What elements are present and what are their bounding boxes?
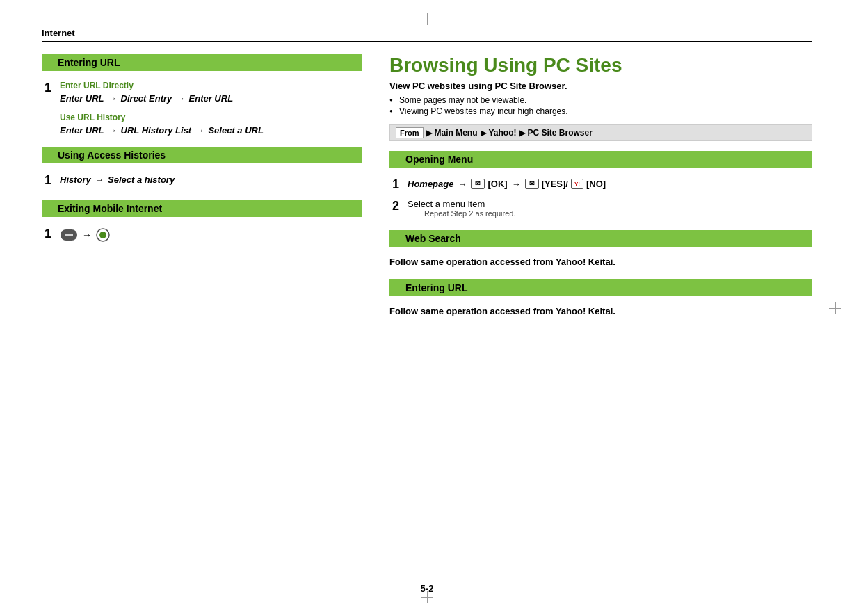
opening-menu-step1-instruction: Homepage → ✉[OK] → ✉[YES]/ Y![NO] — [408, 177, 812, 191]
no-yahoo-icon: Y! — [571, 179, 583, 189]
bullet-1: Some pages may not be viewable. — [389, 95, 812, 105]
step-opening-1-content: Homepage → ✉[OK] → ✉[YES]/ Y![NO] — [408, 177, 812, 192]
from-nav-yahoo: Yahoo! — [489, 128, 517, 138]
from-nav-main-menu: Main Menu — [435, 128, 478, 138]
section-header-label-2: Using Access Histories — [58, 149, 166, 161]
step-2-opening-menu: 2 Select a menu item Repeat Step 2 as re… — [389, 199, 812, 218]
browsing-subtitle: View PC websites using PC Site Browser. — [389, 81, 812, 91]
left-column: Entering URL 1 Enter URL Directly Enter … — [42, 54, 362, 316]
section-header-opening-menu: Opening Menu — [389, 151, 812, 168]
web-search-follow-text: Follow same operation accessed from Yaho… — [389, 257, 812, 267]
step-number-access: 1 — [45, 173, 60, 188]
from-label: From — [396, 127, 424, 138]
use-url-history-instruction: Enter URL → URL History List → Select a … — [60, 124, 362, 138]
page: Internet Entering URL 1 Enter URL Direct… — [0, 0, 854, 616]
no-label: [NO] — [586, 177, 606, 191]
section-web-search: Web Search Follow same operation accesse… — [389, 230, 812, 267]
section-entering-url-pc: Entering URL Follow same operation acces… — [389, 279, 812, 316]
entering-url-follow-text: Follow same operation accessed from Yaho… — [389, 306, 812, 316]
step-opening-2-content: Select a menu item Repeat Step 2 as requ… — [408, 199, 812, 218]
access-histories-instruction: History → Select a history — [60, 173, 362, 187]
section-header-access-histories: Using Access Histories — [42, 147, 362, 163]
from-nav-arrow-2: ▶ — [481, 129, 486, 138]
section-header-label-4: Opening Menu — [405, 154, 473, 165]
enter-url-directly-block: Enter URL Directly Enter URL → Direct En… — [60, 81, 362, 106]
two-column-layout: Entering URL 1 Enter URL Directly Enter … — [42, 54, 812, 316]
step-1-opening-menu: 1 Homepage → ✉[OK] → ✉[YES]/ Y![NO] — [389, 177, 812, 192]
use-url-history-block: Use URL History Enter URL → URL History … — [60, 113, 362, 138]
section-entering-url: Entering URL 1 Enter URL Directly Enter … — [42, 54, 362, 137]
browsing-bullets: Some pages may not be viewable. Viewing … — [389, 95, 812, 116]
step-exit-content: → — [60, 227, 362, 242]
phone-end-icon — [60, 229, 78, 241]
homepage-text: Homepage — [408, 177, 453, 191]
repeat-step-note: Repeat Step 2 as required. — [408, 209, 812, 218]
center-button-icon — [96, 228, 110, 242]
step-1-exiting: 1 → — [42, 227, 362, 242]
exit-icons-row: → — [60, 228, 362, 242]
enter-url-directly-instruction: Enter URL → Direct Entry → Enter URL — [60, 92, 362, 106]
use-url-history-label: Use URL History — [60, 113, 362, 122]
yes-label: [YES]/ — [542, 177, 568, 191]
step-number-opening-1: 1 — [392, 177, 408, 192]
arrow-2: → — [512, 177, 521, 191]
step-number-1: 1 — [45, 81, 60, 137]
bullet-2: Viewing PC websites may incur high charg… — [389, 106, 812, 116]
page-number: 5-2 — [421, 583, 434, 594]
from-nav-pc-site-browser: PC Site Browser — [528, 128, 593, 138]
arrow-icon-exit: → — [82, 229, 92, 241]
section-header-entering-url: Entering URL — [42, 54, 362, 71]
section-label: Internet — [42, 28, 812, 38]
ok-envelope-icon: ✉ — [471, 179, 485, 189]
step-1-access-histories: 1 History → Select a history — [42, 173, 362, 188]
select-menu-item-text: Select a menu item — [408, 199, 812, 209]
step-number-opening-2: 2 — [392, 199, 408, 218]
section-header-label-5: Web Search — [405, 233, 461, 244]
section-header-web-search: Web Search — [389, 230, 812, 247]
section-header-label-3: Exiting Mobile Internet — [58, 203, 162, 214]
from-nav-arrow-3: ▶ — [519, 129, 525, 138]
yes-envelope-icon: ✉ — [525, 179, 539, 189]
arrow-1: → — [458, 177, 467, 191]
step-access-content: History → Select a history — [60, 173, 362, 188]
section-header-exiting: Exiting Mobile Internet — [42, 200, 362, 217]
section-header-label-6: Entering URL — [405, 282, 467, 293]
browsing-title: Browsing Using PC Sites — [389, 54, 812, 76]
right-column: Browsing Using PC Sites View PC websites… — [389, 54, 812, 316]
from-nav-arrow-1: ▶ — [426, 129, 432, 138]
step-number-exit: 1 — [45, 227, 60, 242]
svg-point-3 — [99, 232, 106, 238]
enter-url-directly-label: Enter URL Directly — [60, 81, 362, 90]
section-header-label: Entering URL — [58, 57, 120, 68]
section-exiting-mobile-internet: Exiting Mobile Internet 1 — [42, 200, 362, 242]
header-rule — [42, 41, 812, 42]
from-bar: From ▶ Main Menu ▶ Yahoo! ▶ PC Site Brow… — [389, 124, 812, 141]
section-opening-menu: Opening Menu 1 Homepage → ✉[OK] → ✉[YES]… — [389, 151, 812, 218]
section-using-access-histories: Using Access Histories 1 History → Selec… — [42, 147, 362, 188]
section-header-entering-url-pc: Entering URL — [389, 279, 812, 296]
ok-label: [OK] — [488, 177, 507, 191]
step-1-entering-url: 1 Enter URL Directly Enter URL → Direct … — [42, 81, 362, 137]
step-1-content: Enter URL Directly Enter URL → Direct En… — [60, 81, 362, 137]
